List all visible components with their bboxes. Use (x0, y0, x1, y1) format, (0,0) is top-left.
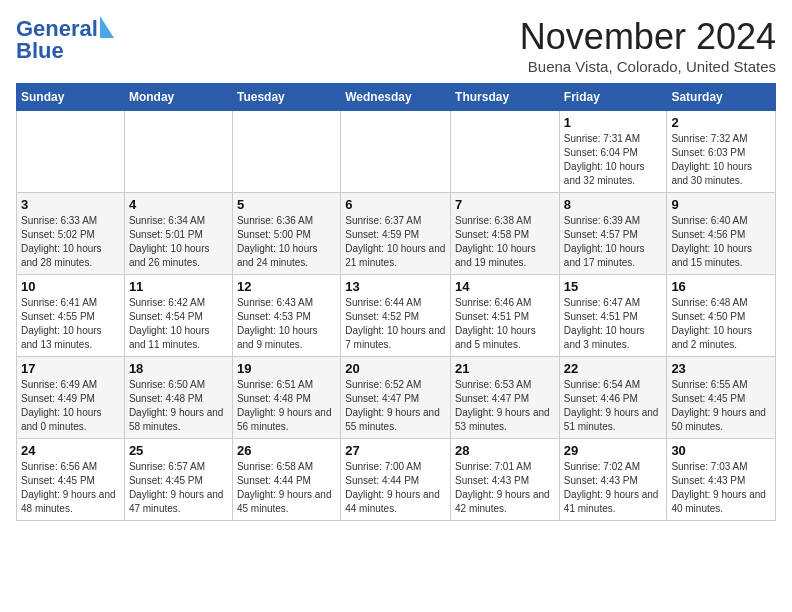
calendar-cell: 26Sunrise: 6:58 AM Sunset: 4:44 PM Dayli… (232, 439, 340, 521)
day-number: 14 (455, 279, 555, 294)
col-header-thursday: Thursday (451, 84, 560, 111)
day-number: 12 (237, 279, 336, 294)
col-header-saturday: Saturday (667, 84, 776, 111)
calendar-cell: 15Sunrise: 6:47 AM Sunset: 4:51 PM Dayli… (559, 275, 667, 357)
calendar-cell (124, 111, 232, 193)
calendar-cell (341, 111, 451, 193)
calendar-cell: 12Sunrise: 6:43 AM Sunset: 4:53 PM Dayli… (232, 275, 340, 357)
calendar-cell: 17Sunrise: 6:49 AM Sunset: 4:49 PM Dayli… (17, 357, 125, 439)
calendar-cell: 25Sunrise: 6:57 AM Sunset: 4:45 PM Dayli… (124, 439, 232, 521)
day-number: 23 (671, 361, 771, 376)
col-header-sunday: Sunday (17, 84, 125, 111)
calendar-cell: 10Sunrise: 6:41 AM Sunset: 4:55 PM Dayli… (17, 275, 125, 357)
day-info: Sunrise: 6:47 AM Sunset: 4:51 PM Dayligh… (564, 296, 663, 352)
logo-blue: Blue (16, 38, 64, 64)
calendar-cell: 9Sunrise: 6:40 AM Sunset: 4:56 PM Daylig… (667, 193, 776, 275)
day-number: 11 (129, 279, 228, 294)
logo-triangle-icon (100, 16, 114, 38)
day-number: 5 (237, 197, 336, 212)
day-info: Sunrise: 7:00 AM Sunset: 4:44 PM Dayligh… (345, 460, 446, 516)
calendar-cell: 14Sunrise: 6:46 AM Sunset: 4:51 PM Dayli… (451, 275, 560, 357)
day-number: 13 (345, 279, 446, 294)
day-info: Sunrise: 6:58 AM Sunset: 4:44 PM Dayligh… (237, 460, 336, 516)
title-block: November 2024 Buena Vista, Colorado, Uni… (520, 16, 776, 75)
day-number: 22 (564, 361, 663, 376)
calendar-cell: 30Sunrise: 7:03 AM Sunset: 4:43 PM Dayli… (667, 439, 776, 521)
calendar-cell: 21Sunrise: 6:53 AM Sunset: 4:47 PM Dayli… (451, 357, 560, 439)
calendar-cell: 16Sunrise: 6:48 AM Sunset: 4:50 PM Dayli… (667, 275, 776, 357)
location-subtitle: Buena Vista, Colorado, United States (520, 58, 776, 75)
day-number: 27 (345, 443, 446, 458)
day-info: Sunrise: 6:46 AM Sunset: 4:51 PM Dayligh… (455, 296, 555, 352)
day-info: Sunrise: 6:33 AM Sunset: 5:02 PM Dayligh… (21, 214, 120, 270)
month-title: November 2024 (520, 16, 776, 58)
day-info: Sunrise: 6:44 AM Sunset: 4:52 PM Dayligh… (345, 296, 446, 352)
page-header: General Blue November 2024 Buena Vista, … (16, 16, 776, 75)
day-number: 26 (237, 443, 336, 458)
day-info: Sunrise: 6:52 AM Sunset: 4:47 PM Dayligh… (345, 378, 446, 434)
day-info: Sunrise: 7:02 AM Sunset: 4:43 PM Dayligh… (564, 460, 663, 516)
day-info: Sunrise: 6:34 AM Sunset: 5:01 PM Dayligh… (129, 214, 228, 270)
day-number: 2 (671, 115, 771, 130)
day-info: Sunrise: 7:01 AM Sunset: 4:43 PM Dayligh… (455, 460, 555, 516)
day-info: Sunrise: 6:49 AM Sunset: 4:49 PM Dayligh… (21, 378, 120, 434)
day-number: 25 (129, 443, 228, 458)
day-number: 29 (564, 443, 663, 458)
day-info: Sunrise: 6:55 AM Sunset: 4:45 PM Dayligh… (671, 378, 771, 434)
calendar-cell: 27Sunrise: 7:00 AM Sunset: 4:44 PM Dayli… (341, 439, 451, 521)
calendar-cell (232, 111, 340, 193)
calendar-cell (17, 111, 125, 193)
day-info: Sunrise: 6:50 AM Sunset: 4:48 PM Dayligh… (129, 378, 228, 434)
day-info: Sunrise: 7:32 AM Sunset: 6:03 PM Dayligh… (671, 132, 771, 188)
calendar-cell: 23Sunrise: 6:55 AM Sunset: 4:45 PM Dayli… (667, 357, 776, 439)
calendar-cell: 20Sunrise: 6:52 AM Sunset: 4:47 PM Dayli… (341, 357, 451, 439)
day-number: 16 (671, 279, 771, 294)
calendar-cell: 6Sunrise: 6:37 AM Sunset: 4:59 PM Daylig… (341, 193, 451, 275)
day-number: 9 (671, 197, 771, 212)
calendar-cell (451, 111, 560, 193)
col-header-monday: Monday (124, 84, 232, 111)
day-info: Sunrise: 6:53 AM Sunset: 4:47 PM Dayligh… (455, 378, 555, 434)
day-info: Sunrise: 6:42 AM Sunset: 4:54 PM Dayligh… (129, 296, 228, 352)
day-number: 4 (129, 197, 228, 212)
calendar-cell: 18Sunrise: 6:50 AM Sunset: 4:48 PM Dayli… (124, 357, 232, 439)
day-info: Sunrise: 6:38 AM Sunset: 4:58 PM Dayligh… (455, 214, 555, 270)
calendar-cell: 7Sunrise: 6:38 AM Sunset: 4:58 PM Daylig… (451, 193, 560, 275)
calendar-cell: 24Sunrise: 6:56 AM Sunset: 4:45 PM Dayli… (17, 439, 125, 521)
day-info: Sunrise: 7:03 AM Sunset: 4:43 PM Dayligh… (671, 460, 771, 516)
day-info: Sunrise: 6:51 AM Sunset: 4:48 PM Dayligh… (237, 378, 336, 434)
day-info: Sunrise: 7:31 AM Sunset: 6:04 PM Dayligh… (564, 132, 663, 188)
calendar-cell: 5Sunrise: 6:36 AM Sunset: 5:00 PM Daylig… (232, 193, 340, 275)
day-number: 10 (21, 279, 120, 294)
calendar-cell: 29Sunrise: 7:02 AM Sunset: 4:43 PM Dayli… (559, 439, 667, 521)
day-number: 8 (564, 197, 663, 212)
calendar-cell: 1Sunrise: 7:31 AM Sunset: 6:04 PM Daylig… (559, 111, 667, 193)
day-number: 6 (345, 197, 446, 212)
day-number: 20 (345, 361, 446, 376)
col-header-tuesday: Tuesday (232, 84, 340, 111)
calendar-cell: 19Sunrise: 6:51 AM Sunset: 4:48 PM Dayli… (232, 357, 340, 439)
calendar-cell: 11Sunrise: 6:42 AM Sunset: 4:54 PM Dayli… (124, 275, 232, 357)
logo: General Blue (16, 16, 114, 64)
day-number: 24 (21, 443, 120, 458)
day-number: 28 (455, 443, 555, 458)
day-number: 18 (129, 361, 228, 376)
day-info: Sunrise: 6:57 AM Sunset: 4:45 PM Dayligh… (129, 460, 228, 516)
day-info: Sunrise: 6:39 AM Sunset: 4:57 PM Dayligh… (564, 214, 663, 270)
day-info: Sunrise: 6:36 AM Sunset: 5:00 PM Dayligh… (237, 214, 336, 270)
day-number: 1 (564, 115, 663, 130)
calendar-cell: 13Sunrise: 6:44 AM Sunset: 4:52 PM Dayli… (341, 275, 451, 357)
day-number: 7 (455, 197, 555, 212)
calendar-cell: 8Sunrise: 6:39 AM Sunset: 4:57 PM Daylig… (559, 193, 667, 275)
day-number: 30 (671, 443, 771, 458)
day-number: 17 (21, 361, 120, 376)
col-header-friday: Friday (559, 84, 667, 111)
day-info: Sunrise: 6:43 AM Sunset: 4:53 PM Dayligh… (237, 296, 336, 352)
calendar-cell: 2Sunrise: 7:32 AM Sunset: 6:03 PM Daylig… (667, 111, 776, 193)
day-number: 19 (237, 361, 336, 376)
calendar-cell: 4Sunrise: 6:34 AM Sunset: 5:01 PM Daylig… (124, 193, 232, 275)
calendar-table: SundayMondayTuesdayWednesdayThursdayFrid… (16, 83, 776, 521)
day-number: 3 (21, 197, 120, 212)
day-info: Sunrise: 6:48 AM Sunset: 4:50 PM Dayligh… (671, 296, 771, 352)
day-number: 15 (564, 279, 663, 294)
